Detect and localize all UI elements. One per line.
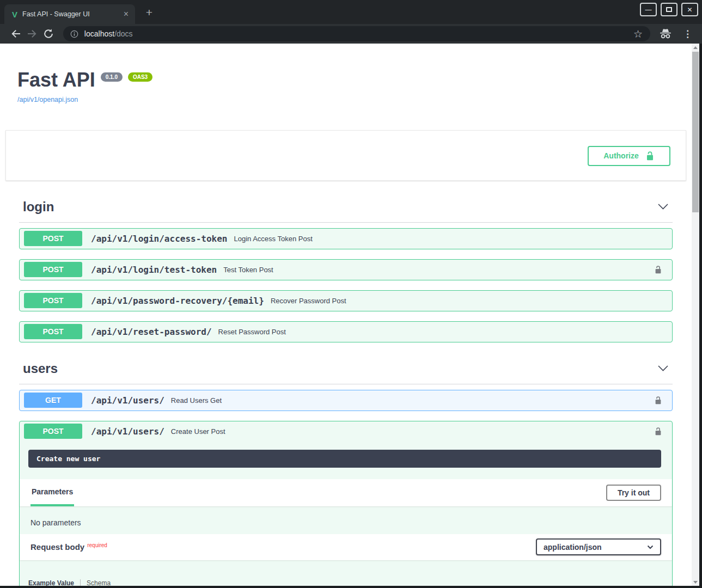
scroll-up-arrow[interactable]	[692, 44, 699, 51]
minimize-button[interactable]: —	[640, 3, 657, 16]
endpoint-summary: Test Token Post	[223, 266, 273, 274]
endpoint-read-users[interactable]: GET /api/v1/users/ Read Users Get	[19, 390, 673, 411]
model-example-tabs: Example Value Schema	[20, 560, 672, 586]
required-flag: required	[87, 542, 107, 548]
endpoint-login-test-token[interactable]: POST /api/v1/login/test-token Test Token…	[19, 259, 673, 280]
endpoint-summary: Recover Password Post	[271, 297, 346, 305]
authorize-label: Authorize	[603, 151, 639, 160]
scrollbar-thumb[interactable]	[692, 52, 699, 212]
tab-divider	[80, 579, 81, 586]
method-badge: POST	[24, 293, 82, 308]
scheme-container: Authorize	[5, 130, 686, 181]
auth-lock-icon[interactable]	[654, 427, 662, 436]
endpoint-password-recovery[interactable]: POST /api/v1/password-recovery/{email} R…	[19, 290, 673, 311]
endpoint-path: /api/v1/users/	[91, 395, 164, 406]
chevron-down-icon	[647, 545, 654, 549]
auth-lock-icon[interactable]	[654, 396, 662, 405]
method-badge: POST	[24, 424, 82, 439]
browser-menu-icon[interactable]: ⋮	[681, 28, 694, 40]
scroll-down-arrow[interactable]	[692, 578, 699, 586]
section-login-header[interactable]: login	[19, 195, 673, 223]
parameters-header: Parameters Try it out	[20, 479, 672, 506]
endpoint-summary: Create User Post	[171, 427, 225, 436]
section-title: login	[23, 199, 54, 215]
url-path: /docs	[114, 29, 132, 38]
url-text: localhost/docs	[84, 29, 133, 38]
endpoint-reset-password[interactable]: POST /api/v1/reset-password/ Reset Passw…	[19, 321, 673, 342]
address-bar[interactable]: localhost/docs ☆	[63, 26, 650, 41]
page-scrollbar[interactable]	[692, 44, 699, 586]
method-badge: POST	[24, 324, 82, 339]
site-info-icon[interactable]	[70, 29, 79, 39]
method-badge: POST	[24, 231, 82, 246]
browser-window: V Fast API - Swagger UI × + — ✕ localhos…	[0, 0, 702, 588]
triangle-up-icon	[693, 46, 698, 49]
tab-example-value[interactable]: Example Value	[28, 579, 74, 586]
endpoint-summary: Reset Password Post	[218, 328, 286, 336]
browser-toolbar: localhost/docs ☆ ⋮	[0, 24, 702, 44]
browser-tab[interactable]: V Fast API - Swagger UI ×	[4, 4, 135, 24]
version-badge: 0.1.0	[101, 72, 123, 82]
reload-button[interactable]	[40, 26, 57, 42]
endpoint-create-user-summary[interactable]: POST /api/v1/users/ Create User Post	[20, 421, 672, 442]
new-tab-button[interactable]: +	[143, 7, 156, 18]
tab-close-icon[interactable]: ×	[120, 9, 132, 20]
endpoint-path: /api/v1/login/test-token	[91, 265, 217, 275]
endpoint-path: /api/v1/login/access-token	[91, 234, 227, 244]
page-content: Fast API 0.1.0 OAS3 /api/v1/openapi.json…	[0, 44, 692, 586]
toolbar-right: ⋮	[659, 28, 694, 40]
browser-titlebar: V Fast API - Swagger UI × + — ✕	[0, 0, 702, 24]
request-body-title: Request bodyrequired	[30, 542, 107, 552]
maximize-icon	[666, 7, 672, 12]
section-login: login POST /api/v1/login/access-token Lo…	[19, 195, 673, 342]
incognito-icon[interactable]	[659, 28, 672, 39]
openapi-spec-link[interactable]: /api/v1/openapi.json	[17, 96, 78, 103]
no-parameters-text: No parameters	[20, 506, 672, 534]
endpoint-summary: Read Users Get	[171, 396, 222, 405]
oas3-badge: OAS3	[128, 72, 152, 82]
page-title: Fast API	[17, 70, 95, 90]
api-info: Fast API 0.1.0 OAS3 /api/v1/openapi.json	[17, 70, 674, 104]
content-type-select[interactable]: application/json	[536, 538, 661, 555]
operation-description: Create new user	[28, 450, 661, 468]
endpoint-path: /api/v1/password-recovery/{email}	[91, 296, 264, 306]
chevron-down-icon[interactable]	[657, 365, 669, 372]
site-favicon-icon: V	[12, 10, 17, 19]
forward-button[interactable]	[24, 26, 40, 42]
section-title: users	[23, 361, 58, 376]
method-badge: GET	[24, 393, 82, 408]
arrow-right-icon	[26, 28, 38, 40]
try-it-out-button[interactable]: Try it out	[606, 485, 661, 501]
window-controls: — ✕	[640, 3, 698, 16]
endpoint-login-access-token[interactable]: POST /api/v1/login/access-token Login Ac…	[19, 228, 673, 249]
url-host: localhost	[84, 29, 114, 38]
endpoint-path: /api/v1/reset-password/	[91, 327, 212, 337]
request-body-header: Request bodyrequired application/json	[20, 534, 672, 560]
section-users-header[interactable]: users	[19, 357, 673, 384]
endpoint-create-user: POST /api/v1/users/ Create User Post Cre…	[19, 421, 673, 586]
section-users: users GET /api/v1/users/ Read Users Get	[19, 357, 673, 586]
chevron-down-icon[interactable]	[657, 203, 669, 210]
tab-parameters[interactable]: Parameters	[30, 479, 74, 506]
auth-lock-icon[interactable]	[654, 265, 662, 274]
arrow-left-icon	[10, 28, 22, 40]
method-badge: POST	[24, 262, 82, 277]
back-button[interactable]	[8, 26, 24, 42]
bookmark-star-icon[interactable]: ☆	[630, 28, 646, 40]
unlock-icon	[645, 151, 655, 161]
content-type-value: application/json	[544, 543, 602, 552]
reload-icon	[43, 28, 54, 39]
close-window-button[interactable]: ✕	[681, 3, 698, 16]
tab-schema[interactable]: Schema	[87, 579, 111, 586]
tab-title: Fast API - Swagger UI	[22, 10, 120, 18]
triangle-down-icon	[693, 581, 698, 584]
endpoint-path: /api/v1/users/	[91, 426, 164, 437]
authorize-button[interactable]: Authorize	[588, 146, 670, 166]
maximize-button[interactable]	[661, 3, 677, 16]
endpoint-summary: Login Access Token Post	[234, 235, 312, 243]
